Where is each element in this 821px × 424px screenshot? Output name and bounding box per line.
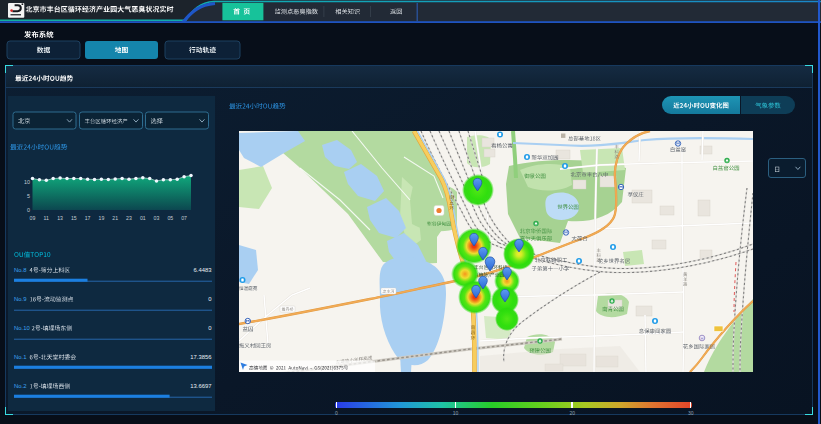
svg-text:No.1: No.1 [14,354,26,360]
svg-text:6.4483: 6.4483 [193,267,212,273]
svg-text:11: 11 [44,215,49,221]
svg-text:0: 0 [208,325,212,331]
svg-text:5: 5 [27,193,30,199]
svg-text:No.2: No.2 [14,383,26,389]
svg-text:01: 01 [140,215,146,221]
svg-text:17.3856: 17.3856 [190,354,212,360]
svg-text:05: 05 [167,215,173,221]
svg-text:10: 10 [24,179,30,185]
svg-text:0: 0 [208,296,212,302]
svg-text:19: 19 [99,215,105,221]
svg-text:H: H [700,336,703,341]
svg-text:09: 09 [30,215,36,221]
svg-text:No.9: No.9 [14,296,26,302]
svg-text:23: 23 [126,215,132,221]
svg-text:07: 07 [181,215,187,221]
svg-text:17: 17 [85,215,91,221]
svg-text:No.8: No.8 [14,267,27,273]
svg-text:03: 03 [154,215,160,221]
svg-text:15: 15 [71,215,77,221]
svg-text:0: 0 [27,207,30,213]
svg-text:No.10: No.10 [14,325,30,331]
svg-text:21: 21 [112,215,118,221]
svg-text:13: 13 [57,215,63,221]
svg-text:13.6697: 13.6697 [190,383,211,389]
